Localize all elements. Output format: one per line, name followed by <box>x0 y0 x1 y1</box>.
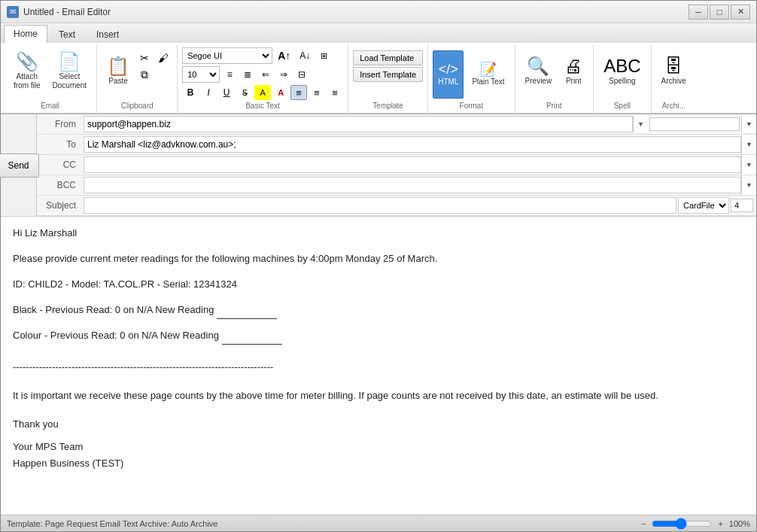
numbering-button[interactable]: ≣ <box>239 67 256 82</box>
font-color-button[interactable]: A <box>272 85 289 100</box>
tab-insert[interactable]: Insert <box>87 26 129 44</box>
font-format-button[interactable]: ⊞ <box>315 48 332 63</box>
select-doc-label: SelectDocument <box>53 72 87 90</box>
copy-button[interactable]: ⧉ <box>136 67 153 82</box>
cc-dropdown[interactable]: ▼ <box>741 155 756 175</box>
zoom-slider[interactable] <box>652 520 712 527</box>
body-signature1: Your MPS Team <box>13 439 744 456</box>
ribbon-group-clipboard: 📋 Paste ✂ 🖌 ⧉ Clipboard <box>97 44 178 113</box>
to-row: To ▼ <box>37 135 756 155</box>
status-bar: Template: Page Request Email Text Archiv… <box>1 515 756 531</box>
template-group-label: Template <box>353 100 423 111</box>
email-body[interactable]: Hi Liz Marshall Please provide current m… <box>1 217 756 515</box>
format-group-label: Format <box>433 100 509 111</box>
font-row-3: B I U S̶ A A ≡ ≡ ≡ <box>182 85 343 100</box>
print-button[interactable]: 🖨 Print <box>558 47 588 96</box>
font-name-select[interactable]: Segoe UI <box>182 47 272 64</box>
from-label: From <box>37 119 82 129</box>
title-bar-left: ✉ Untitled - Email Editor <box>7 6 111 18</box>
align-left-button[interactable]: ≡ <box>290 85 307 100</box>
ribbon: 📎 Attachfrom file 📄 SelectDocument Email… <box>1 43 756 114</box>
spelling-label: Spelling <box>609 77 636 86</box>
status-right: − + 100% <box>641 519 750 528</box>
from-dropdown-2[interactable]: ▼ <box>741 116 756 132</box>
clipboard-group-label: Clipboard <box>102 100 172 111</box>
plain-text-button[interactable]: 📝 Plain Text <box>467 50 509 99</box>
archive-label: Archive <box>661 77 686 86</box>
body-greeting: Hi Liz Marshall <box>13 226 744 242</box>
underline-button[interactable]: U <box>218 85 235 100</box>
html-label: HTML <box>438 78 458 87</box>
align-right-button[interactable]: ≡ <box>327 85 343 100</box>
cc-row: CC ▼ <box>37 155 756 175</box>
from-dropdowns: ▼ ▼ <box>633 116 756 132</box>
format-painter-button[interactable]: 🖌 <box>154 50 172 65</box>
increase-font-button[interactable]: A↑ <box>274 48 294 63</box>
align-center-button[interactable]: ≡ <box>309 85 325 100</box>
cc-label: CC <box>37 160 82 170</box>
from-extra-field[interactable] <box>649 117 740 131</box>
from-dropdown-1[interactable]: ▼ <box>633 116 648 132</box>
to-input[interactable] <box>84 136 741 153</box>
cut-button[interactable]: ✂ <box>136 50 153 65</box>
body-separator: ----------------------------------------… <box>13 360 744 376</box>
print-group-content: 🔍 Preview 🖨 Print <box>520 46 589 100</box>
bcc-dropdown[interactable]: ▼ <box>741 175 756 195</box>
plain-text-label: Plain Text <box>472 78 504 87</box>
load-template-button[interactable]: Load Template <box>353 50 423 65</box>
to-dropdown[interactable]: ▼ <box>741 135 756 154</box>
subject-input[interactable] <box>84 197 676 214</box>
outdent-button[interactable]: ⇐ <box>257 67 274 82</box>
ribbon-tabs: Home Text Insert <box>1 23 756 43</box>
bold-button[interactable]: B <box>182 85 199 100</box>
print-label: Print <box>566 77 582 86</box>
zoom-minus-icon[interactable]: − <box>641 519 646 528</box>
font-size-select[interactable]: 10 8 9 10 11 12 14 <box>182 66 220 83</box>
send-button[interactable]: Send <box>0 154 39 178</box>
plain-text-icon: 📝 <box>480 62 497 76</box>
format-group-content: </> HTML 📝 Plain Text <box>433 46 509 100</box>
window-title: Untitled - Email Editor <box>23 7 111 17</box>
html-button[interactable]: </> HTML <box>433 50 464 99</box>
subject-num-input[interactable] <box>731 199 753 212</box>
tab-text[interactable]: Text <box>49 26 85 44</box>
list-format-button[interactable]: ⊟ <box>293 67 310 82</box>
maximize-button[interactable]: □ <box>710 5 729 20</box>
template-group-content: Load Template Insert Template <box>353 46 423 100</box>
close-button[interactable]: ✕ <box>731 5 750 20</box>
ribbon-group-format: </> HTML 📝 Plain Text Format <box>428 44 515 113</box>
subject-category-select[interactable]: CardFile <box>678 197 729 214</box>
paste-button[interactable]: 📋 Paste <box>102 47 135 96</box>
body-signature2: Happen Business (TEST) <box>13 456 744 473</box>
indent-button[interactable]: ⇒ <box>275 67 292 82</box>
bullets-button[interactable]: ≡ <box>221 67 238 82</box>
paste-icon: 📋 <box>107 57 129 75</box>
archive-icon: 🗄 <box>664 57 683 75</box>
zoom-plus-icon[interactable]: + <box>718 519 722 528</box>
minimize-button[interactable]: ─ <box>689 5 708 20</box>
strikethrough-button[interactable]: S̶ <box>236 85 253 100</box>
body-thanks: Thank you <box>13 417 744 433</box>
select-doc-icon: 📄 <box>58 53 81 71</box>
clipboard-row2: ⧉ <box>136 67 172 82</box>
body-line4: Colour - Previous Read: 0 on N/A New Rea… <box>13 328 744 345</box>
attach-from-file-button[interactable]: 📎 Attachfrom file <box>8 47 46 96</box>
window-controls: ─ □ ✕ <box>689 5 750 20</box>
italic-button[interactable]: I <box>200 85 217 100</box>
email-fields-grid: Send From ▼ ▼ To ▼ <box>1 114 756 216</box>
tab-home[interactable]: Home <box>4 25 47 44</box>
select-document-button[interactable]: 📄 SelectDocument <box>47 47 93 96</box>
insert-template-button[interactable]: Insert Template <box>353 67 423 82</box>
decrease-font-button[interactable]: A↓ <box>296 48 314 63</box>
cc-input[interactable] <box>84 157 741 173</box>
archive-button[interactable]: 🗄 Archive <box>656 47 692 96</box>
spelling-button[interactable]: ABC Spelling <box>598 47 646 96</box>
bcc-input[interactable] <box>84 177 741 193</box>
highlight-button[interactable]: A <box>254 85 271 100</box>
bcc-label: BCC <box>37 180 82 190</box>
from-input[interactable] <box>84 116 633 132</box>
title-bar: ✉ Untitled - Email Editor ─ □ ✕ <box>1 1 756 23</box>
archive-group-label: Archi... <box>656 100 692 111</box>
preview-button[interactable]: 🔍 Preview <box>520 47 558 96</box>
font-controls: Segoe UI A↑ A↓ ⊞ 10 8 9 10 11 12 <box>182 47 343 100</box>
